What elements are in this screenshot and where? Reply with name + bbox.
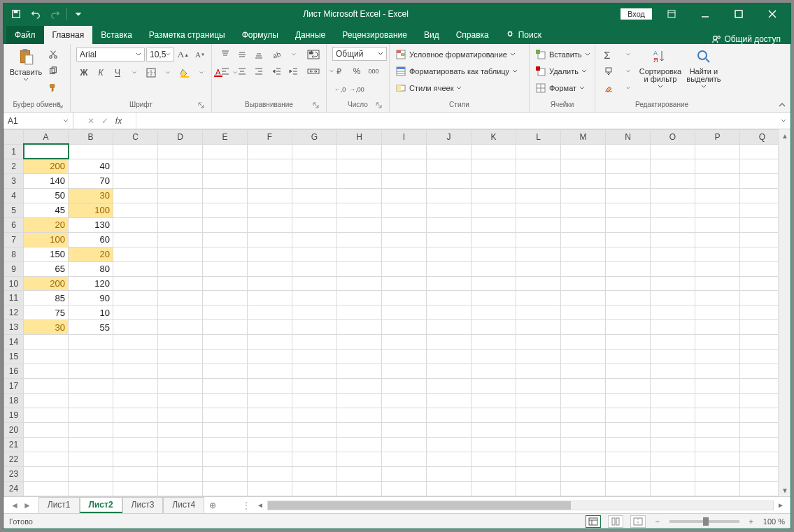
bold-button[interactable]: Ж: [76, 65, 92, 80]
cell-H15[interactable]: [337, 350, 382, 364]
cell-N11[interactable]: [606, 291, 651, 305]
cell-C3[interactable]: [113, 173, 158, 188]
borders-icon[interactable]: [143, 65, 159, 80]
cell-M3[interactable]: [561, 173, 606, 188]
column-header[interactable]: M: [561, 130, 606, 145]
cell-E15[interactable]: [203, 350, 248, 364]
cell-A17[interactable]: [24, 379, 69, 394]
cell-K18[interactable]: [472, 394, 516, 408]
cell-G3[interactable]: [292, 173, 337, 188]
row-header[interactable]: 1: [4, 144, 24, 159]
qat-customize-icon[interactable]: [70, 6, 87, 22]
sheet-tab[interactable]: Лист1: [38, 497, 80, 513]
cell-J23[interactable]: [427, 466, 472, 481]
row-header[interactable]: 8: [4, 247, 24, 261]
cell-P8[interactable]: [695, 247, 740, 261]
cell-L16[interactable]: [516, 364, 561, 379]
dialog-launcher-icon[interactable]: [56, 101, 64, 110]
find-select-button[interactable]: Найти и выделить: [685, 47, 723, 89]
minimize-icon[interactable]: [691, 3, 719, 24]
cell-F3[interactable]: [248, 173, 292, 188]
row-header[interactable]: 18: [4, 394, 24, 408]
align-bottom-icon[interactable]: [251, 47, 267, 62]
row-header[interactable]: 20: [4, 423, 24, 438]
cell-A9[interactable]: 65: [24, 261, 69, 276]
cell-A14[interactable]: [24, 335, 69, 350]
cell-B18[interactable]: [69, 394, 113, 408]
clear-icon[interactable]: [601, 80, 616, 96]
cell-N23[interactable]: [606, 466, 651, 481]
close-icon[interactable]: [758, 3, 786, 24]
cell-J17[interactable]: [427, 379, 472, 394]
cell-D23[interactable]: [158, 466, 203, 481]
cell-P2[interactable]: [695, 159, 740, 173]
cell-M6[interactable]: [561, 217, 606, 232]
cell-N5[interactable]: [606, 203, 651, 217]
cell-C7[interactable]: [113, 232, 158, 247]
cell-F18[interactable]: [248, 394, 292, 408]
cell-O2[interactable]: [651, 159, 695, 173]
cell-G14[interactable]: [292, 335, 337, 350]
zoom-in-button[interactable]: +: [746, 517, 756, 526]
cell-C17[interactable]: [113, 379, 158, 394]
cell-D18[interactable]: [158, 394, 203, 408]
wrap-text-icon[interactable]: ab: [304, 47, 322, 62]
cell-L5[interactable]: [516, 203, 561, 217]
cell-A16[interactable]: [24, 364, 69, 379]
cell-C23[interactable]: [113, 466, 158, 481]
row-header[interactable]: 24: [4, 481, 24, 496]
cell-M16[interactable]: [561, 364, 606, 379]
cell-C10[interactable]: [113, 276, 158, 291]
cell-J4[interactable]: [427, 188, 472, 203]
zoom-slider[interactable]: [669, 520, 739, 523]
cell-H1[interactable]: [337, 144, 382, 159]
cell-O8[interactable]: [651, 247, 695, 261]
cell-G15[interactable]: [292, 350, 337, 364]
sheet-nav-next-icon[interactable]: ►: [23, 501, 31, 510]
cell-G20[interactable]: [292, 423, 337, 438]
cell-O18[interactable]: [651, 394, 695, 408]
cell-H16[interactable]: [337, 364, 382, 379]
autosum-icon[interactable]: Σ: [601, 47, 616, 62]
cell-G17[interactable]: [292, 379, 337, 394]
cell-P23[interactable]: [695, 466, 740, 481]
cell-M11[interactable]: [561, 291, 606, 305]
cell-L24[interactable]: [516, 481, 561, 496]
cell-C8[interactable]: [113, 247, 158, 261]
number-format-combo[interactable]: Общий: [332, 47, 387, 61]
cell-C2[interactable]: [113, 159, 158, 173]
font-name-combo[interactable]: Arial: [76, 48, 145, 62]
cell-O23[interactable]: [651, 466, 695, 481]
cell-A13[interactable]: 30: [24, 320, 69, 335]
sheet-tab[interactable]: Лист4: [163, 497, 204, 513]
cell-N14[interactable]: [606, 335, 651, 350]
cell-D14[interactable]: [158, 335, 203, 350]
cell-E1[interactable]: [203, 144, 248, 159]
cell-A11[interactable]: 85: [24, 291, 69, 305]
cell-M5[interactable]: [561, 203, 606, 217]
tab-formulas[interactable]: Формулы: [234, 26, 287, 44]
cell-E11[interactable]: [203, 291, 248, 305]
cell-L15[interactable]: [516, 350, 561, 364]
cell-M2[interactable]: [561, 159, 606, 173]
cell-M14[interactable]: [561, 335, 606, 350]
vertical-scrollbar[interactable]: ▲ ▼: [778, 129, 791, 496]
cell-A18[interactable]: [24, 394, 69, 408]
tab-home[interactable]: Главная: [44, 26, 93, 44]
cell-A5[interactable]: 45: [24, 203, 69, 217]
column-header[interactable]: P: [695, 130, 740, 145]
tab-page-layout[interactable]: Разметка страницы: [141, 26, 234, 44]
cell-C5[interactable]: [113, 203, 158, 217]
cell-K2[interactable]: [472, 159, 516, 173]
cell-I15[interactable]: [382, 350, 427, 364]
cell-L3[interactable]: [516, 173, 561, 188]
cell-I6[interactable]: [382, 217, 427, 232]
cell-N17[interactable]: [606, 379, 651, 394]
column-header[interactable]: I: [382, 130, 427, 145]
row-header[interactable]: 15: [4, 350, 24, 364]
cell-D3[interactable]: [158, 173, 203, 188]
cell-A12[interactable]: 75: [24, 305, 69, 320]
cell-G19[interactable]: [292, 408, 337, 423]
cell-E22[interactable]: [203, 452, 248, 466]
cell-G24[interactable]: [292, 481, 337, 496]
